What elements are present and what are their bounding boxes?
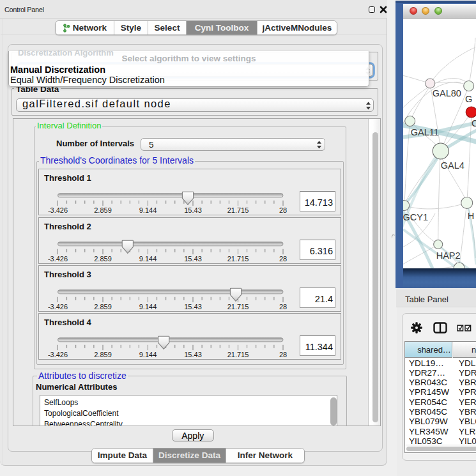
svg-text:-3.426: -3.426 [48,255,68,263]
svg-text:21.715: 21.715 [227,303,249,311]
svg-text:9.144: 9.144 [139,351,157,358]
svg-text:21.715: 21.715 [227,206,249,214]
svg-text:C: C [472,118,476,128]
svg-text:G: G [465,94,472,104]
svg-text:2.859: 2.859 [94,351,112,358]
svg-text:21.715: 21.715 [227,351,249,358]
svg-text:GAL4: GAL4 [441,160,464,171]
svg-text:H: H [468,211,474,221]
svg-text:28: 28 [279,303,287,311]
svg-text:2.859: 2.859 [94,303,112,311]
svg-text:-3.426: -3.426 [48,206,68,214]
svg-text:2.859: 2.859 [94,255,112,263]
svg-text:15.43: 15.43 [184,206,202,214]
svg-text:9.144: 9.144 [139,303,157,311]
svg-text:GAL80: GAL80 [433,88,461,98]
svg-text:9.144: 9.144 [139,206,157,214]
svg-text:-3.426: -3.426 [48,303,68,311]
svg-text:GCY1: GCY1 [403,212,428,222]
svg-text:-3.426: -3.426 [48,351,68,358]
svg-text:2.859: 2.859 [94,206,112,214]
svg-text:15.43: 15.43 [184,351,202,358]
svg-text:28: 28 [279,255,287,263]
svg-text:21.715: 21.715 [227,255,249,263]
svg-text:28: 28 [279,206,287,214]
svg-text:15.43: 15.43 [184,255,202,263]
svg-text:GAL11: GAL11 [411,127,439,137]
svg-text:15.43: 15.43 [184,303,202,311]
svg-text:9.144: 9.144 [139,255,157,263]
svg-text:28: 28 [279,351,287,358]
svg-text:HAP2: HAP2 [436,250,461,261]
